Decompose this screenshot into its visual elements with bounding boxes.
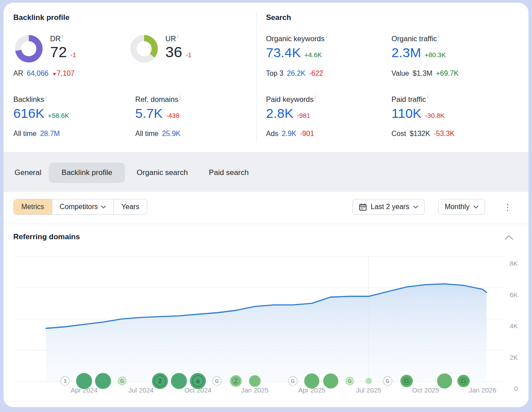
svg-text:G: G <box>461 377 466 385</box>
y-axis-label: 8K <box>510 260 518 267</box>
organic-traffic-value[interactable]: 2.3M <box>391 45 421 60</box>
down-triangle-icon: ▼ <box>52 71 57 77</box>
traffic-value-label: Value <box>391 70 409 78</box>
google-update-marker[interactable]: G <box>212 377 221 385</box>
x-axis-label: Jul 2025 <box>356 386 381 394</box>
organic-keywords-label: Organic keywordsi <box>266 34 327 43</box>
calendar-icon <box>359 203 367 211</box>
google-update-marker[interactable] <box>249 375 261 387</box>
google-update-marker[interactable]: G <box>346 377 354 385</box>
backlinks-alltime-row: All time 28.7M <box>13 130 60 138</box>
backlinks-info-icon[interactable]: i <box>46 94 47 100</box>
svg-text:G: G <box>386 378 390 384</box>
paid-traffic-label: Paid traffici <box>391 94 428 104</box>
organic-keywords-info-icon[interactable]: i <box>326 34 327 39</box>
traffic-value-row: Value $1.3M +69.7K <box>391 70 458 78</box>
backlinks-value-row: 616K +58.6K <box>13 106 69 121</box>
dr-value: 72 <box>50 43 67 61</box>
section-divider <box>256 12 257 142</box>
google-update-marker[interactable] <box>171 373 187 389</box>
ur-value-row: 36 -1 <box>165 43 192 61</box>
backlinks-value[interactable]: 616K <box>13 106 44 121</box>
y-axis-label: 4K <box>510 322 518 330</box>
ads-value[interactable]: 2.9K <box>282 130 297 138</box>
toolbar-divider <box>4 224 528 224</box>
traffic-value-amount: $1.3M <box>413 70 432 78</box>
google-update-marker[interactable] <box>95 373 111 389</box>
dr-info-icon[interactable]: i <box>62 34 63 39</box>
y-axis-label: 2K <box>510 354 518 361</box>
google-update-marker[interactable]: a <box>190 373 206 389</box>
organic-traffic-delta: +80.3K <box>425 51 446 58</box>
years-segment[interactable]: Years <box>113 199 147 214</box>
y-axis-label: 6K <box>510 291 518 299</box>
google-update-marker[interactable]: 2 <box>152 373 168 389</box>
svg-text:2: 2 <box>234 377 238 385</box>
organic-keywords-delta: +4.6K <box>304 51 322 58</box>
backlinks-alltime-label: All time <box>13 130 36 138</box>
paid-keywords-delta: -981 <box>297 112 310 119</box>
tab-general[interactable]: General <box>12 163 43 183</box>
paid-traffic-info-icon[interactable]: i <box>427 94 428 100</box>
google-update-marker[interactable] <box>437 373 452 389</box>
dr-delta: -1 <box>70 51 76 58</box>
granularity-label: Monthly <box>445 203 469 211</box>
ur-info-icon[interactable]: i <box>177 34 178 39</box>
date-range-button[interactable]: Last 2 years <box>352 199 425 215</box>
search-section-title: Search <box>266 13 291 22</box>
x-axis-label: Oct 2025 <box>412 386 439 394</box>
collapse-chevron-up-icon[interactable] <box>505 235 513 240</box>
card-footer-divider <box>4 401 528 402</box>
paid-traffic-delta: -30.8K <box>425 112 445 119</box>
top3-row: Top 3 26.2K -622 <box>266 70 323 78</box>
ar-value[interactable]: 64,066 <box>27 70 48 78</box>
google-update-marker[interactable]: G <box>400 375 413 387</box>
tab-backlink-profile[interactable]: Backlink profile <box>49 163 125 183</box>
backlinks-alltime-value[interactable]: 28.7M <box>40 130 59 138</box>
google-update-marker[interactable]: 2 <box>230 375 242 387</box>
paid-keywords-info-icon[interactable]: i <box>315 94 316 100</box>
area-fill <box>46 284 486 381</box>
ref-domains-alltime-value[interactable]: 25.9K <box>162 130 180 138</box>
ur-value: 36 <box>165 43 182 61</box>
google-update-marker[interactable] <box>76 373 92 389</box>
ur-donut-chart <box>129 34 159 63</box>
ar-label: AR <box>13 70 23 78</box>
backlinks-label: Backlinksi <box>13 94 47 104</box>
google-update-marker[interactable]: G <box>383 377 392 385</box>
y-axis-label: 0 <box>514 385 518 392</box>
x-axis-label: Jan 2025 <box>241 386 269 394</box>
paid-traffic-value[interactable]: 110K <box>391 106 422 121</box>
google-update-marker[interactable]: G <box>458 375 470 387</box>
google-update-marker[interactable]: G <box>118 377 126 385</box>
dr-label: DRi <box>50 34 63 43</box>
organic-keywords-value[interactable]: 73.4K <box>266 45 301 60</box>
svg-text:G: G <box>348 378 352 384</box>
cost-row: Cost $132K -53.3K <box>391 130 454 138</box>
tab-organic-search[interactable]: Organic search <box>131 163 193 183</box>
ref-domains-alltime-label: All time <box>135 130 158 138</box>
chevron-down-icon <box>413 206 418 209</box>
google-update-marker[interactable] <box>366 378 372 384</box>
svg-text:3: 3 <box>64 378 66 384</box>
ads-row: Ads 2.9K -901 <box>266 130 314 138</box>
referring-domains-chart: 8K6K4K2K0Apr 2024Jul 2024Oct 2024Jan 202… <box>0 248 532 401</box>
google-update-marker[interactable]: G <box>288 377 297 385</box>
organic-traffic-info-icon[interactable]: i <box>438 34 439 39</box>
tab-paid-search[interactable]: Paid search <box>204 163 254 183</box>
ref-domains-alltime-row: All time 25.9K <box>135 130 180 138</box>
chevron-down-icon <box>473 206 478 209</box>
ref-domains-value[interactable]: 5.7K <box>135 106 163 121</box>
google-update-marker[interactable]: 3 <box>61 377 70 385</box>
paid-keywords-value[interactable]: 2.8K <box>266 106 293 121</box>
ref-domains-info-icon[interactable]: i <box>180 94 180 100</box>
more-options-button[interactable]: ⋮ <box>502 199 513 215</box>
competitors-segment[interactable]: Competitors <box>52 199 113 214</box>
top3-value[interactable]: 26.2K <box>287 70 305 78</box>
cost-delta: -53.3K <box>434 130 454 138</box>
ads-delta: -901 <box>300 130 314 138</box>
metrics-segment[interactable]: Metrics <box>14 199 52 214</box>
google-update-marker[interactable] <box>304 373 319 389</box>
google-update-marker[interactable] <box>323 373 338 389</box>
granularity-button[interactable]: Monthly <box>438 199 485 215</box>
